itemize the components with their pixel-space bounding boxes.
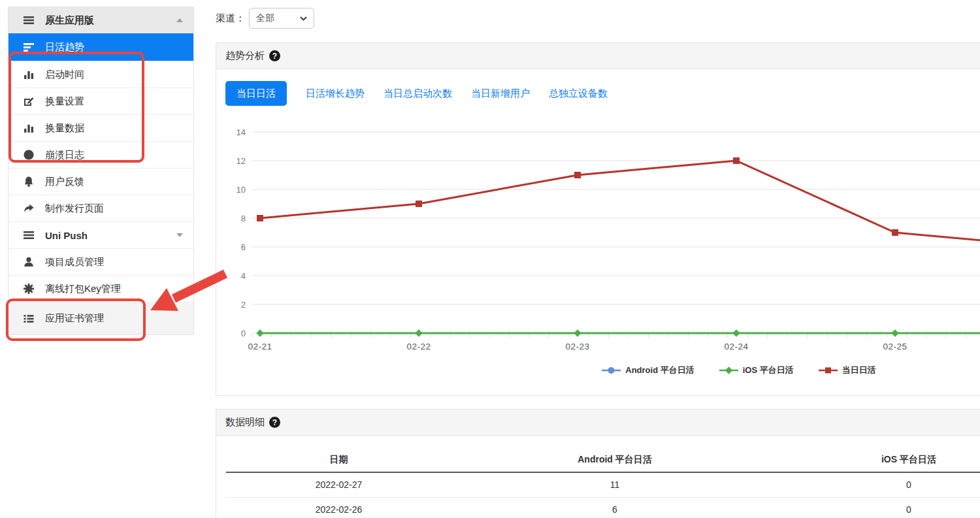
- column-header: Android 平台日活: [451, 447, 778, 472]
- table-cell: 2022-02-26: [226, 497, 451, 518]
- share-icon: [22, 202, 35, 214]
- data-detail-panel: 数据明细 ? 日期Android 平台日活iOS 平台日活 2022-02-27…: [216, 409, 980, 518]
- svg-text:02-22: 02-22: [406, 342, 431, 351]
- legend-label: Android 平台日活: [625, 364, 694, 376]
- table-cell: 0: [778, 497, 980, 518]
- bar-chart-icon: [22, 69, 35, 80]
- svg-text:02-24: 02-24: [724, 342, 748, 351]
- svg-text:14: 14: [237, 127, 246, 137]
- user-icon: [22, 256, 35, 268]
- trend-panel-title: 趋势分析: [225, 50, 265, 62]
- tab-unique-devices[interactable]: 总独立设备数: [549, 88, 608, 100]
- menu-icon: [22, 14, 35, 26]
- svg-text:12: 12: [237, 156, 246, 166]
- detail-panel-header: 数据明细 ?: [216, 410, 980, 436]
- sidebar-item-exchange-settings[interactable]: 换量设置: [8, 88, 193, 114]
- sidebar-item-daily-trend[interactable]: 日活趋势: [8, 33, 193, 61]
- svg-text:02-25: 02-25: [883, 342, 907, 351]
- legend-item: iOS 平台日活: [719, 364, 794, 376]
- data-detail-table: 日期Android 平台日活iOS 平台日活 2022-02-271102022…: [226, 447, 980, 518]
- tab-total-launches[interactable]: 当日总启动次数: [384, 88, 452, 100]
- sidebar-item-startup-time[interactable]: 启动时间: [8, 61, 193, 88]
- help-icon[interactable]: ?: [269, 417, 280, 428]
- sidebar-item-app-certificates[interactable]: 应用证书管理: [8, 302, 193, 334]
- sidebar-item-offline-pack-key[interactable]: 离线打包Key管理: [8, 275, 193, 302]
- sidebar-item-label: 启动时间: [45, 69, 84, 81]
- legend-item: 当日日活: [819, 364, 876, 376]
- sidebar-item-label: 离线打包Key管理: [45, 283, 121, 295]
- sidebar-item-exchange-data[interactable]: 换量数据: [8, 114, 193, 141]
- channel-bar: 渠道： 全部: [216, 8, 314, 29]
- metric-tabs: 当日日活日活增长趋势当日总启动次数当日新增用户总独立设备数: [225, 81, 980, 106]
- chevron-down-icon: [300, 16, 307, 21]
- chart-area: 0246810121402-2102-2202-2302-2402-25: [223, 125, 980, 356]
- legend-item: Android 平台日活: [602, 364, 694, 376]
- sidebar-header-label: 原生应用版: [45, 14, 94, 27]
- sidebar-item-label: 日活趋势: [45, 41, 84, 54]
- sidebar: 原生应用版 日活趋势启动时间换量设置换量数据崩溃日志用户反馈制作发行页面Uni …: [8, 7, 194, 335]
- table-cell: 2022-02-27: [226, 472, 451, 497]
- menu-icon: [22, 229, 35, 241]
- sidebar-item-label: 用户反馈: [45, 176, 84, 188]
- sidebar-item-project-members[interactable]: 项目成员管理: [8, 248, 193, 275]
- help-icon[interactable]: ?: [269, 50, 280, 61]
- sidebar-item-uni-push[interactable]: Uni Push: [8, 221, 193, 248]
- channel-select-value: 全部: [256, 12, 274, 24]
- table-cell: 6: [451, 497, 778, 518]
- legend-label: 当日日活: [842, 364, 876, 376]
- sidebar-item-label: 制作发行页面: [45, 202, 104, 215]
- tab-growth-trend[interactable]: 日活增长趋势: [306, 88, 365, 100]
- edit-icon: [22, 95, 35, 107]
- bell-icon: [22, 176, 35, 187]
- trend-analysis-panel: 趋势分析 ? 当日日活日活增长趋势当日总启动次数当日新增用户总独立设备数 024…: [216, 42, 980, 396]
- trend-icon: [22, 41, 35, 53]
- sidebar-item-label: Uni Push: [45, 230, 88, 241]
- svg-text:10: 10: [237, 185, 246, 195]
- alert-icon: [22, 149, 35, 161]
- channel-select[interactable]: 全部: [249, 8, 314, 29]
- sidebar-item-label: 项目成员管理: [45, 256, 104, 268]
- expand-arrow-icon: [176, 233, 183, 237]
- table-cell: 0: [778, 472, 980, 497]
- bar-chart-icon: [22, 122, 35, 134]
- tab-daily-active[interactable]: 当日日活: [225, 81, 287, 106]
- svg-text:8: 8: [241, 214, 246, 223]
- legend-marker-icon: [719, 366, 738, 374]
- trend-line-chart: 0246810121402-2102-2202-2302-2402-25: [223, 125, 980, 353]
- sidebar-item-label: 换量设置: [45, 95, 84, 108]
- sidebar-item-label: 崩溃日志: [45, 149, 84, 161]
- gear-icon: [22, 283, 35, 295]
- svg-text:2: 2: [241, 300, 246, 310]
- legend-marker-icon: [819, 366, 838, 374]
- list-icon: [22, 313, 35, 325]
- table-cell: 11: [451, 472, 778, 497]
- legend-marker-icon: [602, 366, 621, 374]
- detail-panel-title: 数据明细: [225, 416, 265, 429]
- tab-new-users[interactable]: 当日新增用户: [471, 88, 530, 100]
- table-row: 2022-02-2660: [226, 497, 980, 518]
- svg-text:02-21: 02-21: [248, 342, 272, 351]
- svg-text:6: 6: [241, 242, 246, 252]
- sidebar-item-label: 应用证书管理: [45, 312, 104, 325]
- sidebar-header[interactable]: 原生应用版: [8, 7, 193, 33]
- sidebar-item-user-feedback[interactable]: 用户反馈: [8, 168, 193, 195]
- channel-label: 渠道：: [216, 12, 245, 25]
- collapse-arrow-icon: [176, 18, 183, 22]
- sidebar-item-crash-log[interactable]: 崩溃日志: [8, 141, 193, 168]
- sidebar-item-release-page[interactable]: 制作发行页面: [8, 195, 193, 221]
- column-header: iOS 平台日活: [778, 447, 980, 472]
- svg-text:4: 4: [241, 271, 246, 281]
- svg-text:02-23: 02-23: [565, 342, 589, 351]
- column-header: 日期: [226, 447, 451, 472]
- trend-panel-header: 趋势分析 ?: [216, 43, 980, 69]
- chart-legend: Android 平台日活iOS 平台日活当日日活: [216, 364, 980, 376]
- legend-label: iOS 平台日活: [743, 364, 794, 376]
- sidebar-item-label: 换量数据: [45, 122, 84, 135]
- svg-text:0: 0: [241, 329, 246, 338]
- table-row: 2022-02-27110: [226, 472, 980, 497]
